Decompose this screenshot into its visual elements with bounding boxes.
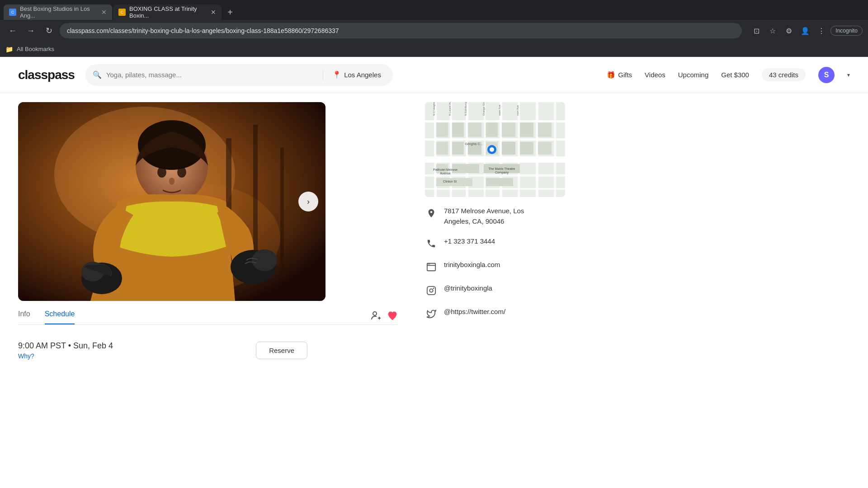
svg-rect-5: [280, 147, 284, 274]
schedule-tab-label: Schedule: [45, 310, 75, 318]
svg-point-66: [429, 264, 430, 265]
svg-rect-48: [486, 178, 513, 186]
svg-text:Genghis C...: Genghis C...: [465, 142, 483, 146]
map-container[interactable]: Palihotel Melrose Avenue The Matrix Thea…: [425, 102, 565, 197]
svg-rect-33: [486, 122, 498, 137]
twitter-item: @https://twitter.com/: [425, 307, 552, 320]
nav-links: 🎁 Gifts Videos Upcoming Get $300 43 cred…: [607, 67, 850, 83]
screen-capture-icon[interactable]: ⊡: [749, 23, 764, 38]
reserve-button[interactable]: Reserve: [256, 342, 307, 359]
twitter-link[interactable]: @https://twitter.com/: [444, 307, 505, 317]
schedule-why-link[interactable]: Why?: [18, 352, 113, 360]
svg-text:rson Ave: rson Ave: [516, 105, 519, 116]
videos-link[interactable]: Videos: [645, 71, 665, 79]
forward-icon: →: [27, 26, 35, 36]
favorite-button[interactable]: [387, 310, 398, 324]
main-content: › Info Schedule: [0, 93, 868, 360]
bookmarks-folder-icon: 📁: [5, 46, 13, 53]
contact-section: 7817 Melrose Avenue, Los Angeles, CA, 90…: [425, 206, 552, 320]
address-bar[interactable]: [60, 23, 742, 38]
location-text: Los Angeles: [344, 71, 381, 79]
new-tab-button[interactable]: +: [222, 5, 238, 20]
svg-rect-64: [427, 265, 435, 266]
svg-rect-20: [484, 102, 486, 197]
svg-text:The Matrix Theatre: The Matrix Theatre: [488, 167, 515, 170]
menu-icon[interactable]: ⋮: [814, 23, 829, 38]
tab-2-close[interactable]: ✕: [211, 9, 216, 16]
bookmark-icon[interactable]: ☆: [765, 23, 780, 38]
address-text: 7817 Melrose Avenue, Los Angeles, CA, 90…: [444, 206, 552, 226]
svg-rect-43: [538, 142, 552, 155]
heart-icon: [387, 310, 398, 321]
search-bar: 🔍 📍 Los Angeles: [85, 64, 393, 86]
search-input[interactable]: [106, 71, 318, 79]
add-friend-button[interactable]: [371, 310, 382, 324]
right-panel: Palihotel Melrose Avenue The Matrix Thea…: [416, 93, 570, 360]
tab-1-close[interactable]: ✕: [101, 9, 107, 16]
classpass-logo[interactable]: classpass: [18, 68, 75, 82]
svg-text:N C Heights Blvd: N C Heights Blvd: [433, 102, 435, 116]
tab-1-label: Best Boxing Studios in Los Ang...: [20, 5, 98, 19]
schedule-item: 9:00 AM PST • Sun, Feb 4 Why? Reserve: [18, 341, 398, 360]
site-header: classpass 🔍 📍 Los Angeles 🎁 Gifts Videos…: [0, 57, 868, 93]
tab-1[interactable]: C Best Boxing Studios in Los Ang... ✕: [4, 5, 112, 20]
svg-rect-31: [452, 122, 464, 137]
schedule-info: 9:00 AM PST • Sun, Feb 4 Why?: [18, 341, 113, 360]
svg-text:Clinton St: Clinton St: [443, 180, 457, 183]
refresh-button[interactable]: ↻: [42, 23, 56, 38]
svg-point-68: [429, 289, 433, 292]
browser-chrome: C Best Boxing Studios in Los Ang... ✕ C …: [0, 0, 868, 57]
boxer-svg: [18, 102, 326, 301]
svg-rect-26: [425, 138, 565, 141]
image-next-button[interactable]: ›: [298, 192, 318, 211]
svg-point-9: [177, 167, 186, 178]
svg-text:Company: Company: [495, 171, 509, 174]
search-divider: [323, 70, 323, 80]
info-tab[interactable]: Info: [18, 310, 30, 324]
bookmarks-bar: 📁 All Bookmarks: [0, 42, 868, 57]
svg-rect-36: [538, 122, 552, 137]
svg-text:N Edinburgh Ave: N Edinburgh Ave: [464, 102, 467, 116]
schedule-row: 9:00 AM PST • Sun, Feb 4 Why? Reserve: [18, 341, 307, 360]
upcoming-link[interactable]: Upcoming: [678, 71, 709, 79]
get300-link[interactable]: Get $300: [721, 71, 749, 79]
svg-text:Orange Grove Ave: Orange Grove Ave: [482, 102, 485, 116]
bookmarks-label[interactable]: All Bookmarks: [17, 46, 54, 52]
videos-label: Videos: [645, 71, 665, 79]
phone-text[interactable]: +1 323 371 3444: [444, 236, 495, 247]
tab-actions: [371, 310, 398, 324]
tab-2-favicon: C: [118, 9, 126, 16]
gifts-link[interactable]: 🎁 Gifts: [607, 71, 632, 79]
profile-icon[interactable]: 👤: [798, 23, 812, 38]
instagram-item: @trinityboxingla: [425, 283, 552, 297]
svg-rect-42: [520, 142, 533, 155]
tab-2-label: BOXING CLASS at Trinity Boxin...: [129, 5, 207, 19]
credits-amount: 43 credits: [769, 71, 798, 79]
location-section[interactable]: 📍 Los Angeles: [328, 70, 386, 79]
credits-badge[interactable]: 43 credits: [762, 68, 806, 81]
svg-rect-29: [425, 188, 565, 190]
instagram-link[interactable]: @trinityboxingla: [444, 283, 492, 294]
content-tabs: Info Schedule: [18, 310, 398, 325]
website-link[interactable]: trinityboxingla.com: [444, 260, 500, 270]
user-avatar[interactable]: S: [818, 67, 835, 83]
browser-tabs-bar: C Best Boxing Studios in Los Ang... ✕ C …: [0, 0, 868, 20]
page-content: classpass 🔍 📍 Los Angeles 🎁 Gifts Videos…: [0, 57, 868, 488]
extensions-icon[interactable]: ⚙: [782, 23, 796, 38]
svg-rect-38: [452, 142, 464, 155]
schedule-tab[interactable]: Schedule: [45, 310, 75, 324]
svg-text:N Laurel Ave: N Laurel Ave: [448, 102, 451, 116]
location-pin-icon: 📍: [332, 70, 341, 79]
svg-point-10: [169, 178, 175, 185]
gifts-label: Gifts: [618, 71, 632, 79]
back-button[interactable]: ←: [5, 23, 20, 38]
svg-rect-41: [502, 142, 515, 155]
user-initial: S: [824, 71, 829, 79]
svg-text:Palihotel Melrose: Palihotel Melrose: [433, 168, 458, 171]
tab-2[interactable]: C BOXING CLASS at Trinity Boxin... ✕: [113, 5, 222, 20]
twitter-icon: [425, 308, 438, 320]
reserve-label: Reserve: [269, 347, 294, 354]
user-dropdown-arrow[interactable]: ▾: [847, 72, 850, 78]
svg-point-56: [490, 147, 494, 152]
forward-button[interactable]: →: [24, 23, 38, 38]
